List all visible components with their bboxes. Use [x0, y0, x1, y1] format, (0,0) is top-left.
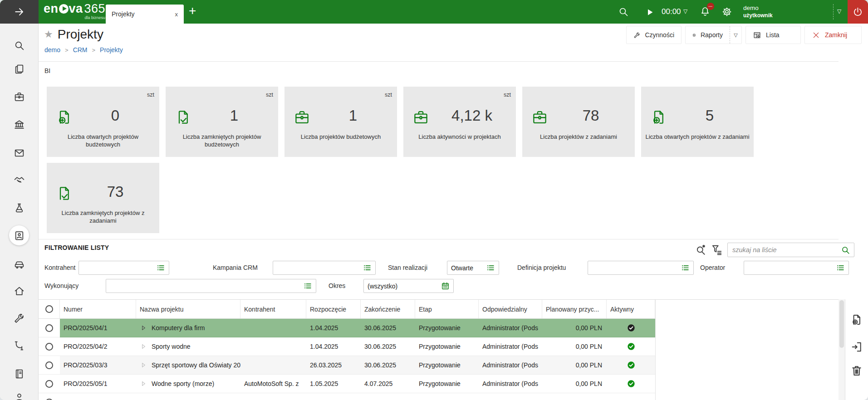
delete-record-button[interactable] [850, 364, 863, 377]
row-expander-icon[interactable] [140, 343, 147, 350]
list-search-input[interactable] [728, 246, 841, 254]
list-picker-icon[interactable] [304, 282, 312, 290]
raporty-button[interactable]: Raporty [686, 26, 730, 44]
table-row[interactable]: PRO/2025/04/1Komputery dla firm1.04.2025… [39, 319, 655, 337]
filter-settings-button[interactable] [711, 244, 723, 256]
bi-card[interactable]: 73Liczba zamkniętych projektów z zadania… [47, 163, 159, 233]
user-menu[interactable]: demo użytkownik [743, 4, 773, 19]
sidebar-item-car[interactable] [9, 254, 29, 273]
expand-menu-button[interactable] [0, 0, 39, 24]
zamknij-button[interactable]: Zamknij [804, 26, 862, 44]
column-header-kontrahent[interactable]: Kontrahent [240, 300, 306, 318]
card-value: 78 [549, 107, 633, 124]
collapse-bar-icon[interactable]: ▽ [837, 8, 841, 15]
timer-dropdown-icon[interactable]: ▽ [683, 8, 687, 15]
bi-card[interactable]: 5Liczba otwartych projektów z zadaniami [641, 87, 754, 157]
cell-odpowiedzialny: Administrator (Pods [479, 375, 542, 393]
cell-planowany: 0,00 PLN [542, 375, 607, 393]
row-radio[interactable] [39, 356, 60, 375]
sidebar-item-mail[interactable] [9, 143, 29, 163]
table-row[interactable]: PRO/2025/05/1Wodne sporty (morze)AutoMot… [39, 375, 655, 393]
row-expander-icon[interactable] [140, 324, 147, 332]
add-record-button[interactable] [850, 313, 863, 326]
advanced-search-button[interactable] [695, 244, 707, 256]
sidebar-item-docs[interactable] [9, 59, 29, 79]
row-radio[interactable] [39, 393, 60, 400]
select-all-radio[interactable] [39, 300, 60, 318]
calendar-icon[interactable] [441, 282, 450, 290]
lista-button[interactable]: Lista [745, 26, 801, 44]
bi-card[interactable]: 78Liczba projektów z zadaniami [522, 87, 635, 157]
breadcrumb-projekty[interactable]: Projekty [100, 46, 123, 54]
tab-close-icon[interactable]: x [175, 11, 178, 18]
bi-card[interactable]: szt0Liczba otwartych projektów budżetowy… [47, 87, 159, 157]
row-radio[interactable] [39, 319, 60, 337]
start-play-icon[interactable] [644, 7, 655, 18]
row-radio[interactable] [39, 337, 60, 356]
sidebar-item-user[interactable] [9, 387, 29, 400]
czynnosci-button[interactable]: Czynności [626, 26, 682, 44]
list-picker-icon[interactable] [363, 263, 372, 272]
filter-input-operator[interactable] [744, 261, 849, 275]
search-icon[interactable] [841, 245, 850, 255]
column-header-nazwa[interactable]: Nazwa projektu [136, 300, 240, 318]
bi-card[interactable]: szt1Liczba zamkniętych projektów budżeto… [166, 87, 278, 157]
global-search-icon[interactable] [618, 6, 629, 17]
row-expander-icon[interactable] [140, 380, 147, 387]
column-header-zakonczenie[interactable]: Zakończenie [361, 300, 415, 318]
row-radio[interactable] [39, 375, 60, 393]
sidebar-item-flask[interactable] [9, 198, 29, 218]
open-record-button[interactable] [850, 341, 863, 353]
zamknij-label: Zamknij [825, 31, 847, 39]
breadcrumb-demo[interactable]: demo [44, 46, 60, 54]
filter-input-okres[interactable]: (wszystko) [363, 279, 454, 293]
column-header-odpowiedzialny[interactable]: Odpowiedzialny [479, 300, 542, 318]
table-row[interactable]: PRO/2025/04/2Sporty wodne1.04.202530.06.… [39, 337, 655, 356]
table-row[interactable]: PRO/2025/03/3Sprzęt sportowy dla Oświaty… [39, 356, 655, 375]
bi-card[interactable]: szt1Liczba projektów budżetowych [284, 87, 397, 157]
filter-input-definicja-projektu[interactable] [588, 261, 694, 275]
sidebar-item-wrench[interactable] [9, 308, 29, 328]
sidebar-item-handshake[interactable] [9, 170, 29, 190]
row-expander-icon[interactable] [140, 361, 147, 369]
filter-input-kontrahent[interactable] [78, 261, 169, 275]
list-picker-icon[interactable] [157, 263, 165, 272]
bi-card[interactable]: szt4,12 kLiczba aktywności w projektach [403, 87, 516, 157]
doc-plus-icon [650, 109, 667, 126]
settings-gear-icon[interactable] [721, 6, 732, 17]
sidebar-item-briefcase[interactable] [9, 87, 29, 107]
filter-input-wykonujacy[interactable] [106, 279, 316, 293]
column-header-aktywny[interactable]: Aktywny [607, 300, 655, 318]
column-header-rozpoczecie[interactable]: Rozpoczęcie [306, 300, 361, 318]
card-value: 1 [311, 107, 395, 124]
table-row-partial[interactable] [39, 393, 655, 400]
list-picker-icon[interactable] [681, 263, 690, 272]
sidebar-item-notebook[interactable] [9, 364, 29, 384]
column-header-etap[interactable]: Etap [415, 300, 479, 318]
vertical-scrollbar[interactable] [839, 299, 845, 400]
cell-zakonczenie: 30.06.2025 [361, 319, 415, 337]
table-header: NumerNazwa projektuKontrahentRozpoczęcie… [39, 300, 655, 319]
new-tab-button[interactable]: + [189, 4, 196, 18]
column-header-planowany[interactable]: Planowany przyc... [542, 300, 607, 318]
filter-section: FILTROWANIE LISTY KontrahentKampania CRM… [39, 239, 839, 299]
sidebar-item-home[interactable] [9, 281, 29, 301]
sidebar-item-pipes[interactable] [9, 336, 29, 356]
list-picker-icon[interactable] [486, 263, 495, 272]
radio-circle-icon [45, 305, 53, 313]
tab-projekty[interactable]: Projekty x [106, 5, 184, 24]
list-picker-icon[interactable] [836, 263, 845, 272]
sidebar-item-search[interactable] [9, 35, 29, 55]
filter-input-stan-realizacji[interactable]: Otwarte [447, 261, 499, 275]
notifications-badge: ... [707, 3, 714, 10]
favorite-star-icon[interactable]: ★ [44, 29, 53, 40]
scrollbar-thumb[interactable] [839, 300, 844, 348]
column-header-numer[interactable]: Numer [60, 300, 136, 318]
logout-power-button[interactable] [848, 0, 868, 24]
sidebar-item-badge[interactable] [9, 225, 29, 245]
filter-input-kampania-crm[interactable] [273, 261, 376, 275]
cell-nazwa: Sprzęt sportowy dla Oświaty 20 [136, 356, 240, 374]
breadcrumb-crm[interactable]: CRM [73, 46, 88, 54]
sidebar-item-bank[interactable] [9, 114, 29, 134]
raporty-dropdown-icon[interactable]: ▽ [730, 26, 741, 44]
